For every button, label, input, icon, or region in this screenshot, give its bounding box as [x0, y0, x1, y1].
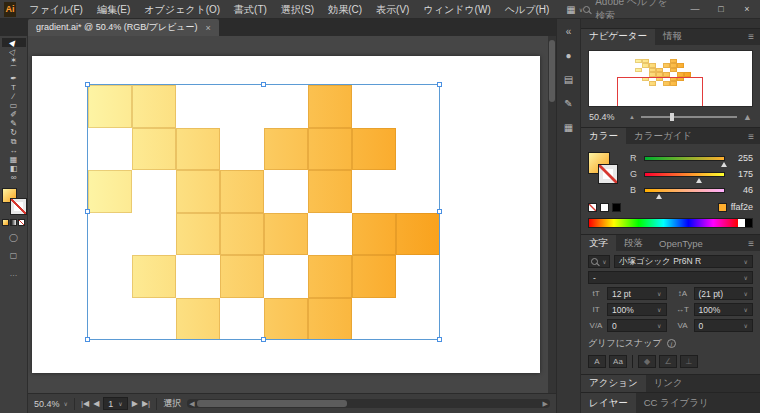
vertical-scrollbar-thumb[interactable] [549, 40, 555, 102]
direct-selection-tool[interactable]: ▷ [2, 47, 26, 56]
artwork-cell[interactable] [220, 170, 264, 213]
stroke-swatch[interactable] [11, 199, 26, 214]
artwork-cell[interactable] [88, 85, 132, 128]
artwork-cell[interactable] [308, 170, 352, 213]
navigator-zoom-slider[interactable] [641, 116, 737, 118]
artwork-cell[interactable] [88, 170, 132, 213]
color-fill-stroke[interactable] [588, 150, 622, 190]
snap-option-button[interactable]: ◆ [638, 355, 656, 368]
type-tool[interactable]: T [2, 83, 26, 92]
artwork-cell[interactable] [352, 255, 396, 298]
artwork-cell[interactable] [264, 298, 308, 341]
blend-tool[interactable]: ∞ [2, 173, 26, 182]
selection-tool[interactable]: ▶ [2, 38, 26, 47]
none-fill-button[interactable] [18, 219, 25, 226]
hex-value[interactable]: ffaf2e [731, 202, 753, 212]
snap-option-button[interactable]: A [588, 355, 606, 368]
fill-stroke-indicator[interactable] [1, 188, 27, 214]
black-swatch[interactable] [612, 203, 621, 212]
scroll-left-icon[interactable]: ◀ [187, 400, 196, 408]
artwork-cell[interactable] [220, 213, 264, 256]
mesh-tool[interactable]: ▦ [2, 155, 26, 164]
tab-layers[interactable]: レイヤー [581, 393, 636, 413]
leading-field[interactable]: (21 pt) ∨ [694, 287, 754, 300]
panel-menu-icon[interactable]: ≡ [742, 128, 760, 144]
panel-menu-icon[interactable]: ≡ [742, 235, 760, 251]
menu-item[interactable]: 表示(V) [369, 0, 416, 19]
artwork-cell[interactable] [264, 128, 308, 171]
lasso-tool[interactable]: ⌒ [2, 65, 26, 74]
artwork-cell[interactable] [176, 170, 220, 213]
brushes-panel-icon[interactable]: ✎ [560, 97, 578, 111]
gradient-tool[interactable]: ◧ [2, 164, 26, 173]
artwork-cell[interactable] [132, 128, 176, 171]
channel-slider-track[interactable] [644, 156, 725, 161]
menu-item[interactable]: 編集(E) [90, 0, 137, 19]
pencil-tool[interactable]: ✎ [2, 119, 26, 128]
artwork-cell[interactable] [176, 128, 220, 171]
none-swatch[interactable] [588, 203, 597, 212]
scroll-right-icon[interactable]: ▶ [541, 400, 550, 408]
edit-toolbar-button[interactable]: … [10, 268, 18, 280]
artboard[interactable] [32, 56, 540, 373]
tab-navigator[interactable]: ナビゲーター [581, 29, 655, 45]
artwork-cell[interactable] [308, 85, 352, 128]
zoom-in-icon[interactable]: ▲ [743, 112, 752, 122]
snap-option-button[interactable]: ⊥ [680, 355, 698, 368]
artwork-cell[interactable] [220, 255, 264, 298]
rotate-tool[interactable]: ↻ [2, 128, 26, 137]
vertical-scale-field[interactable]: 100% ∨ [607, 303, 667, 316]
close-button[interactable]: × [734, 0, 760, 18]
maximize-button[interactable]: □ [708, 0, 734, 18]
menu-item[interactable]: 選択(S) [274, 0, 321, 19]
line-segment-tool[interactable]: ∕ [2, 92, 26, 101]
swatches-panel-icon[interactable]: ▤ [560, 73, 578, 87]
artwork-cell[interactable] [264, 213, 308, 256]
stroke-swatch[interactable] [599, 165, 617, 183]
color-panel-icon[interactable]: ● [560, 49, 578, 63]
screen-mode-button[interactable]: ▢ [10, 250, 18, 262]
gradient-fill-button[interactable] [10, 219, 17, 226]
spectrum-white[interactable] [738, 219, 745, 227]
tab-links[interactable]: リンク [646, 375, 691, 392]
artwork-cell[interactable] [352, 213, 396, 256]
horizontal-scrollbar-thumb[interactable] [197, 400, 347, 407]
canvas-area[interactable] [28, 36, 556, 393]
artwork-cell[interactable] [132, 255, 176, 298]
channel-slider-thumb[interactable] [656, 194, 662, 199]
spectrum-bar[interactable] [589, 219, 738, 227]
minimize-button[interactable]: — [682, 0, 708, 18]
magic-wand-tool[interactable]: ✶ [2, 56, 26, 65]
panel-menu-icon[interactable]: ≡ [742, 29, 760, 45]
menu-item[interactable]: ヘルプ(H) [498, 0, 557, 19]
artwork-cell[interactable] [308, 128, 352, 171]
info-icon[interactable]: i [667, 339, 676, 348]
channel-value[interactable]: 255 [731, 153, 753, 163]
artwork-cell[interactable] [352, 128, 396, 171]
color-fill-button[interactable] [2, 219, 9, 226]
draw-mode-button[interactable]: ◯ [9, 232, 18, 244]
close-tab-icon[interactable]: × [206, 23, 211, 33]
channel-slider-thumb[interactable] [696, 178, 702, 183]
channel-slider-track[interactable] [644, 188, 725, 193]
font-size-field[interactable]: 12 pt ∨ [607, 287, 667, 300]
paintbrush-tool[interactable]: ✐ [2, 110, 26, 119]
menu-item[interactable]: オブジェクト(O) [137, 0, 227, 19]
tab-color-guide[interactable]: カラーガイド [626, 128, 700, 144]
next-artboard-button[interactable]: ▶ [132, 399, 138, 408]
kerning-field[interactable]: 0 ∨ [607, 319, 667, 332]
white-swatch[interactable] [600, 203, 609, 212]
zoom-out-icon[interactable]: ▲ [629, 114, 635, 120]
channel-slider-thumb[interactable] [721, 162, 727, 167]
vertical-scrollbar[interactable] [548, 36, 556, 393]
artwork-cell[interactable] [132, 85, 176, 128]
pen-tool[interactable]: ✒ [2, 74, 26, 83]
tracking-field[interactable]: 0 ∨ [694, 319, 754, 332]
artboard-number-field[interactable]: 1 ∨ [103, 397, 127, 410]
artboards-panel-icon[interactable]: ▦ [560, 121, 578, 135]
channel-value[interactable]: 46 [731, 185, 753, 195]
menu-item[interactable]: ファイル(F) [22, 0, 90, 19]
zoom-control[interactable]: 50.4% ∨ [34, 399, 68, 409]
menu-item[interactable]: 書式(T) [227, 0, 274, 19]
font-style-select[interactable]: - ∨ [588, 271, 753, 284]
